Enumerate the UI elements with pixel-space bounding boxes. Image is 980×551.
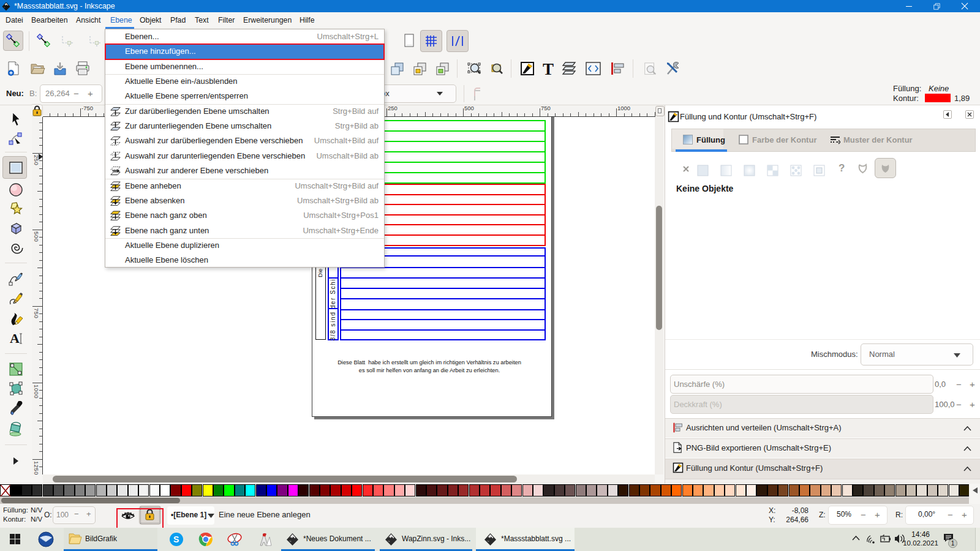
svg-text:A: A	[10, 331, 20, 346]
svg-text:S: S	[173, 534, 179, 544]
